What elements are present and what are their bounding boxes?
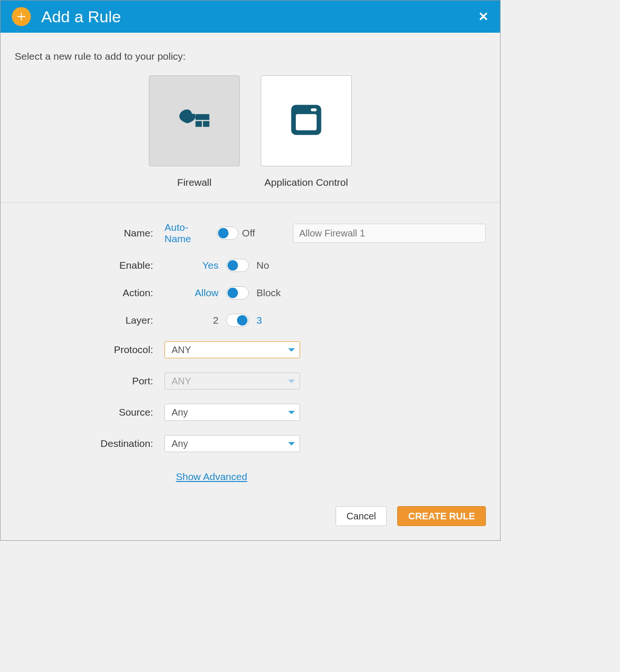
- chevron-down-icon: [288, 411, 295, 414]
- rule-type-section: Select a new rule to add to your policy:…: [0, 33, 500, 203]
- svg-rect-2: [203, 121, 209, 127]
- row-name: Name: Auto-Name Off: [15, 222, 486, 245]
- tile-appcontrol-box[interactable]: [261, 75, 352, 166]
- label-action: Action:: [15, 287, 164, 299]
- label-enable: Enable:: [15, 260, 164, 271]
- name-input[interactable]: [293, 224, 486, 243]
- svg-rect-5: [311, 109, 317, 111]
- chevron-down-icon: [288, 348, 295, 352]
- select-destination-value: Any: [172, 438, 188, 449]
- select-protocol[interactable]: ANY: [164, 341, 300, 358]
- opt-enable-left: Yes: [202, 260, 219, 271]
- row-enable: Enable: Yes No: [15, 259, 486, 272]
- label-layer: Layer:: [15, 315, 164, 326]
- row-protocol: Protocol: ANY: [15, 341, 486, 358]
- close-icon[interactable]: ✕: [478, 9, 489, 24]
- svg-rect-1: [195, 121, 201, 127]
- label-source: Source:: [15, 407, 164, 418]
- row-port: Port: ANY: [15, 372, 486, 390]
- chevron-down-icon: [288, 380, 295, 383]
- select-port-value: ANY: [172, 376, 191, 387]
- opt-autoname-right: Off: [242, 227, 255, 239]
- row-destination: Destination: Any: [15, 435, 486, 452]
- tile-firewall: Firewall: [149, 75, 240, 188]
- application-icon: [288, 101, 325, 140]
- opt-enable-right: No: [256, 260, 269, 271]
- row-source: Source: Any: [15, 404, 486, 421]
- opt-action-right: Block: [256, 287, 281, 299]
- toggle-autoname[interactable]: Auto-Name Off: [164, 222, 255, 245]
- label-port: Port:: [15, 375, 164, 387]
- plus-icon: [12, 7, 31, 26]
- select-source-value: Any: [172, 407, 188, 418]
- toggle-layer[interactable]: [226, 314, 249, 327]
- add-rule-dialog: Add a Rule ✕ Select a new rule to add to…: [0, 0, 501, 541]
- opt-layer-right: 3: [256, 315, 262, 326]
- chevron-down-icon: [288, 442, 295, 445]
- cancel-button[interactable]: Cancel: [336, 506, 387, 526]
- prompt-text: Select a new rule to add to your policy:: [15, 51, 486, 62]
- dialog-footer: Cancel CREATE RULE: [0, 497, 500, 540]
- tile-firewall-label: Firewall: [177, 177, 211, 188]
- create-rule-button[interactable]: CREATE RULE: [397, 506, 486, 526]
- row-layer: Layer: 2 3: [15, 314, 486, 327]
- dialog-title: Add a Rule: [41, 8, 121, 26]
- dialog-titlebar: Add a Rule ✕: [0, 0, 500, 33]
- select-source[interactable]: Any: [164, 404, 300, 421]
- label-name: Name:: [15, 227, 164, 239]
- show-advanced-link[interactable]: Show Advanced: [176, 471, 247, 482]
- toggle-action[interactable]: [226, 286, 249, 300]
- toggle-enable[interactable]: [226, 259, 249, 272]
- opt-autoname-left: Auto-Name: [164, 222, 213, 245]
- rule-form: Name: Auto-Name Off Enable: Yes No: [0, 203, 500, 497]
- tile-firewall-box[interactable]: [149, 75, 240, 166]
- label-destination: Destination:: [15, 438, 164, 449]
- svg-rect-0: [195, 114, 209, 120]
- opt-action-left: Allow: [195, 287, 219, 298]
- select-port: ANY: [164, 372, 300, 390]
- tile-appcontrol: Application Control: [261, 75, 352, 188]
- select-protocol-value: ANY: [172, 345, 191, 355]
- select-destination[interactable]: Any: [164, 435, 300, 452]
- label-protocol: Protocol:: [15, 344, 164, 355]
- opt-layer-left: 2: [213, 315, 219, 326]
- svg-rect-4: [296, 114, 317, 130]
- tile-appcontrol-label: Application Control: [264, 177, 348, 188]
- firewall-icon: [176, 101, 213, 140]
- rule-type-tiles: Firewall Application Control: [15, 75, 486, 188]
- row-action: Action: Allow Block: [15, 286, 486, 300]
